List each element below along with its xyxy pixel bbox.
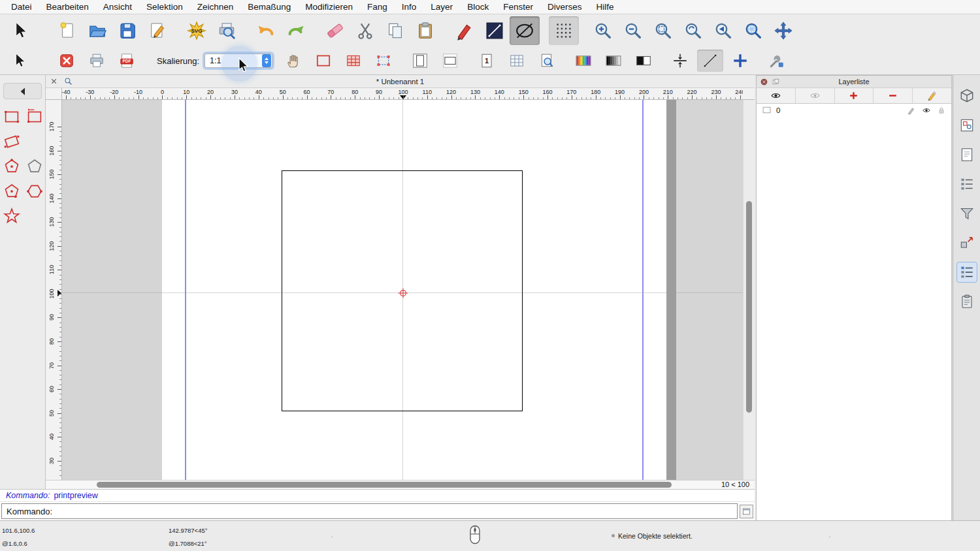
menu-hilfe[interactable]: Hilfe: [589, 0, 621, 14]
layer-row[interactable]: 0: [757, 104, 951, 116]
svg-export-button[interactable]: SVG: [182, 16, 212, 45]
rectangle-size-tool[interactable]: [23, 104, 46, 129]
palette-back-button[interactable]: [3, 83, 42, 99]
line-tools-button[interactable]: [480, 16, 510, 45]
pan-hand-button[interactable]: [280, 50, 306, 72]
print-preview-button[interactable]: [212, 16, 242, 45]
layer-list-panel-button[interactable]: [956, 262, 977, 283]
menu-bemaßung[interactable]: Bemaßung: [240, 0, 298, 14]
menu-block[interactable]: Block: [460, 0, 496, 14]
command-input-box[interactable]: Kommando:: [1, 503, 738, 519]
grid-toggle-button[interactable]: [549, 16, 579, 45]
scale-stepper[interactable]: [262, 54, 271, 67]
delete-button[interactable]: [320, 16, 350, 45]
single-page-button[interactable]: 1: [474, 50, 500, 72]
menu-zeichnen[interactable]: Zeichnen: [190, 0, 241, 14]
copy-button[interactable]: [380, 16, 410, 45]
console-toggle-button[interactable]: [740, 505, 753, 518]
ruler-tick: [59, 399, 61, 400]
polygon-center-vertex-tool[interactable]: [0, 154, 23, 179]
library-browser-panel-button[interactable]: [956, 291, 977, 312]
block-list-panel-button[interactable]: [956, 232, 977, 253]
black-white-mode-button[interactable]: [630, 50, 657, 72]
menu-bearbeiten[interactable]: Bearbeiten: [39, 0, 96, 14]
draw-tools-button[interactable]: [449, 16, 480, 45]
ellipse-tools-button[interactable]: [510, 16, 540, 45]
grayscale-mode-button[interactable]: [600, 50, 627, 72]
menu-modifizieren[interactable]: Modifizieren: [298, 0, 360, 14]
drawing-canvas[interactable]: [62, 100, 743, 480]
menu-fang[interactable]: Fang: [360, 0, 395, 14]
undo-button[interactable]: [251, 16, 281, 45]
menu-layer[interactable]: Layer: [423, 0, 460, 14]
selection-filter-panel-button[interactable]: [956, 203, 977, 224]
menu-fenster[interactable]: Fenster: [496, 0, 540, 14]
horizontal-scrollbar[interactable]: 10 < 100: [46, 480, 755, 489]
pdf-export-button[interactable]: PDF: [114, 50, 140, 72]
command-history-panel-button[interactable]: [956, 174, 977, 195]
zoom-in-button[interactable]: [588, 16, 618, 45]
property-editor-panel-button[interactable]: [956, 86, 977, 106]
remove-layer-button[interactable]: [874, 88, 913, 103]
menu-diverses[interactable]: Diverses: [540, 0, 589, 14]
edit-layer-button[interactable]: [913, 88, 951, 103]
drawing-preferences-button[interactable]: [142, 16, 172, 45]
fit-to-height-button[interactable]: [667, 50, 693, 72]
previous-view-button[interactable]: [708, 16, 738, 45]
add-layer-button[interactable]: [835, 88, 874, 103]
redo-button[interactable]: [281, 16, 311, 45]
ruler-tick: [696, 97, 697, 99]
sheet-panel-button[interactable]: [956, 144, 977, 165]
close-print-preview-button[interactable]: [54, 50, 80, 72]
show-all-layers-button[interactable]: [757, 88, 796, 103]
command-input[interactable]: [56, 507, 737, 516]
layer-lock-button[interactable]: [936, 105, 947, 115]
polygon-side-tool[interactable]: [23, 179, 46, 204]
page-grid-button[interactable]: [504, 50, 530, 72]
new-drawing-button[interactable]: [52, 16, 82, 45]
zoom-window-button[interactable]: [738, 16, 768, 45]
paste-button[interactable]: [410, 16, 440, 45]
scale-combobox[interactable]: 1:1: [204, 54, 272, 68]
draft-mode-button[interactable]: [697, 50, 723, 72]
page-landscape-button[interactable]: [437, 50, 463, 72]
vertical-scrollbar-thumb[interactable]: [746, 201, 752, 413]
ruler-tick: [432, 97, 433, 99]
zoom-to-page-button[interactable]: [534, 50, 560, 72]
crop-marks-button[interactable]: [370, 50, 397, 72]
print-button[interactable]: [84, 50, 110, 72]
polygon-2vertex-tool[interactable]: [0, 179, 23, 204]
hide-all-layers-button[interactable]: [796, 88, 835, 103]
preferences-button[interactable]: [764, 50, 790, 72]
selection-tool-button[interactable]: [5, 16, 35, 45]
polygon-gray-tool[interactable]: [23, 154, 46, 179]
zoom-redraw-button[interactable]: [678, 16, 708, 45]
horizontal-scrollbar-thumb[interactable]: [97, 482, 672, 488]
layer-visibility-button[interactable]: [921, 105, 932, 115]
rectangle-angle-tool[interactable]: [0, 129, 23, 154]
view-list-panel-button[interactable]: [956, 115, 977, 136]
center-crosshair-button[interactable]: [727, 50, 753, 72]
menu-ansicht[interactable]: Ansicht: [96, 0, 139, 14]
zoom-out-button[interactable]: [618, 16, 648, 45]
rectangle-2points-tool[interactable]: [0, 104, 23, 129]
page-portrait-button[interactable]: [407, 50, 433, 72]
command-input-row: Kommando:: [0, 502, 755, 520]
open-drawing-button[interactable]: [82, 16, 112, 45]
paper-tiling-button[interactable]: [340, 50, 367, 72]
menu-info[interactable]: Info: [395, 0, 424, 14]
menu-selektion[interactable]: Selektion: [139, 0, 190, 14]
vertical-scrollbar[interactable]: [743, 100, 755, 480]
ruler-tick: [659, 97, 659, 99]
star-shape-tool[interactable]: [0, 204, 23, 228]
layer-edit-button[interactable]: [906, 105, 917, 115]
auto-zoom-button[interactable]: [648, 16, 678, 45]
pan-zoom-button[interactable]: [768, 16, 798, 45]
menu-datei[interactable]: Datei: [4, 0, 39, 14]
save-drawing-button[interactable]: [112, 16, 142, 45]
paper-borders-button[interactable]: [310, 50, 336, 72]
full-color-mode-button[interactable]: [570, 50, 596, 72]
selection-tool-preview-button[interactable]: [7, 50, 33, 72]
cut-button[interactable]: [350, 16, 380, 45]
ruler-tick: [59, 360, 61, 361]
